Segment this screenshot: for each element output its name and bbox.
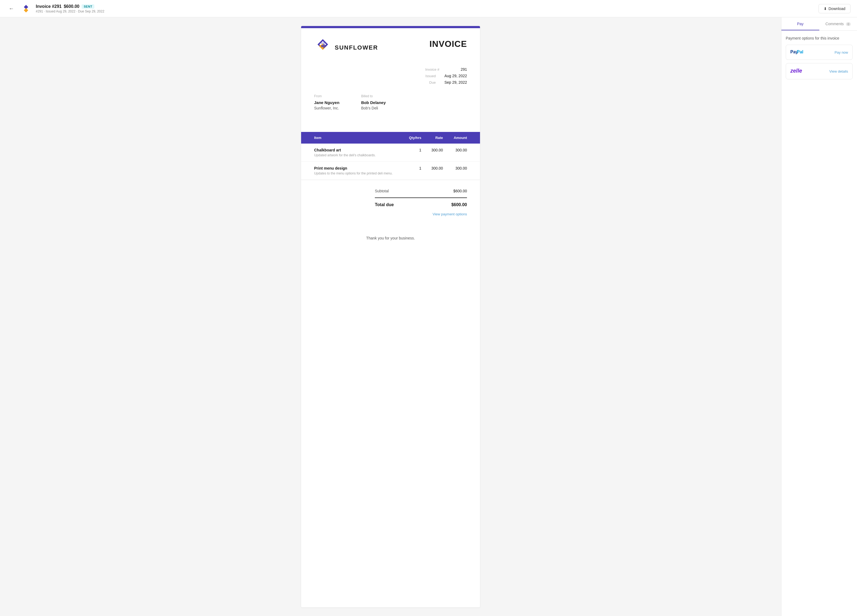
total-label: Total due xyxy=(375,202,394,207)
zelle-logo-svg: zelle xyxy=(790,67,807,74)
table-header: Item Qty/hrs Rate Amount xyxy=(301,132,480,144)
sent-badge: SENT xyxy=(82,4,94,9)
from-label: From xyxy=(314,94,339,98)
item-amount-0: 300.00 xyxy=(447,144,480,162)
tab-pay-label: Pay xyxy=(797,22,804,26)
company-logo-area: SUNFLOWER xyxy=(314,39,378,56)
back-arrow-icon: ← xyxy=(9,5,14,12)
invoice-content-area: SUNFLOWER INVOICE Invoice # 291 Issued A… xyxy=(0,17,781,616)
due-label: Due xyxy=(419,80,436,85)
paypal-logo: Pay Pal xyxy=(790,49,809,56)
issued-value: Aug 29, 2022 xyxy=(444,74,467,78)
col-rate-header: Rate xyxy=(426,132,447,144)
top-bar-left: ← Invoice #291 $600.00 SENT #291 · Issue… xyxy=(6,3,104,14)
invoice-top-stripe xyxy=(301,26,480,28)
svg-marker-1 xyxy=(24,8,28,12)
comments-count-badge: 0 xyxy=(846,22,851,26)
main-layout: SUNFLOWER INVOICE Invoice # 291 Issued A… xyxy=(0,17,857,616)
view-payment-options-link[interactable]: View payment options xyxy=(433,212,467,216)
company-name: SUNFLOWER xyxy=(335,44,378,51)
item-rate-0: 300.00 xyxy=(426,144,447,162)
subtotal-row: Subtotal $600.00 xyxy=(375,187,467,195)
line-items-body: Chalkboard art Updated artwork for the d… xyxy=(301,144,480,180)
total-divider xyxy=(375,198,467,198)
billed-to-party: Billed to Bob Delaney Bob's Deli xyxy=(361,94,386,110)
from-name: Jane Nguyen xyxy=(314,100,339,105)
due-value: Sep 29, 2022 xyxy=(444,80,467,85)
col-amount-header: Amount xyxy=(447,132,480,144)
invoice-number-value: 291 xyxy=(448,67,467,71)
svg-text:Pal: Pal xyxy=(797,49,803,54)
invoice-header-section: SUNFLOWER INVOICE xyxy=(314,39,467,56)
footer-text: Thank you for your business. xyxy=(366,236,415,240)
paypal-logo-svg: Pay Pal xyxy=(790,49,809,55)
item-qty-1: 1 xyxy=(403,162,426,180)
issued-label: Issued xyxy=(419,74,436,78)
subtotal-label: Subtotal xyxy=(375,189,389,193)
subtotal-value: $600.00 xyxy=(453,189,467,193)
issued-row: Issued Aug 29, 2022 xyxy=(314,74,467,78)
invoice-header-info: Invoice #291 $600.00 SENT #291 · Issued … xyxy=(36,4,104,13)
due-row: Due Sep 29, 2022 xyxy=(314,80,467,85)
paypal-option-card: Pay Pal Pay now xyxy=(786,45,853,60)
invoice-title-large: INVOICE xyxy=(429,39,467,49)
invoice-title-row: Invoice #291 $600.00 SENT xyxy=(36,4,104,9)
zelle-option-card: zelle View details xyxy=(786,63,853,79)
panel-content: Payment options for this invoice Pay Pal… xyxy=(781,31,857,88)
zelle-view-details-link[interactable]: View details xyxy=(829,69,848,73)
paypal-pay-now-link[interactable]: Pay now xyxy=(834,50,848,54)
table-row: Print menu design Updates to the menu op… xyxy=(301,162,480,180)
payment-options-title: Payment options for this invoice xyxy=(786,36,853,40)
billed-to-label: Billed to xyxy=(361,94,386,98)
tab-comments[interactable]: Comments 0 xyxy=(819,17,857,30)
table-row: Chalkboard art Updated artwork for the d… xyxy=(301,144,480,162)
invoice-number-row: Invoice # 291 xyxy=(314,67,467,71)
invoice-amount-header: $600.00 xyxy=(64,4,79,9)
totals-inner: Subtotal $600.00 Total due $600.00 View … xyxy=(375,187,467,219)
invoice-sub-info: #291 · Issued Aug 29, 2022 · Due Sep 29,… xyxy=(36,9,104,13)
item-rate-1: 300.00 xyxy=(426,162,447,180)
right-panel-tabs: Pay Comments 0 xyxy=(781,17,857,31)
invoice-number-label: Invoice # xyxy=(423,68,439,71)
zelle-logo: zelle xyxy=(790,67,807,75)
invoice-footer: Thank you for your business. xyxy=(301,225,480,251)
totals-section: Subtotal $600.00 Total due $600.00 View … xyxy=(301,180,480,225)
invoice-header-title: Invoice #291 xyxy=(36,4,62,9)
download-label: Download xyxy=(829,6,845,11)
top-bar: ← Invoice #291 $600.00 SENT #291 · Issue… xyxy=(0,0,857,17)
invoice-meta-section: Invoice # 291 Issued Aug 29, 2022 Due Se… xyxy=(314,67,467,85)
item-qty-0: 1 xyxy=(403,144,426,162)
company-logo-large xyxy=(314,39,331,56)
svg-text:zelle: zelle xyxy=(790,68,802,74)
item-amount-1: 300.00 xyxy=(447,162,480,180)
total-row: Total due $600.00 xyxy=(375,200,467,209)
back-button[interactable]: ← xyxy=(6,4,16,13)
download-button[interactable]: ⬇ Download xyxy=(818,4,851,13)
download-icon: ⬇ xyxy=(824,6,827,11)
invoice-body: SUNFLOWER INVOICE Invoice # 291 Issued A… xyxy=(301,28,480,132)
company-logo-small xyxy=(21,3,31,14)
billed-to-name: Bob Delaney xyxy=(361,100,386,105)
item-desc-0: Updated artwork for the deli's chalkboar… xyxy=(314,153,399,159)
invoice-document: SUNFLOWER INVOICE Invoice # 291 Issued A… xyxy=(301,26,480,607)
from-party: From Jane Nguyen Sunflower, Inc. xyxy=(314,94,339,110)
col-qty-header: Qty/hrs xyxy=(403,132,426,144)
col-item-header: Item xyxy=(301,132,403,144)
item-name-0: Chalkboard art xyxy=(314,148,399,152)
payment-options-link-row: View payment options xyxy=(375,209,467,219)
parties-section: From Jane Nguyen Sunflower, Inc. Billed … xyxy=(314,94,467,110)
from-org: Sunflower, Inc. xyxy=(314,106,339,110)
tab-comments-label: Comments xyxy=(825,22,844,26)
tab-pay[interactable]: Pay xyxy=(781,17,819,30)
right-panel: Pay Comments 0 Payment options for this … xyxy=(781,17,857,616)
total-value: $600.00 xyxy=(451,202,467,207)
billed-to-org: Bob's Deli xyxy=(361,106,386,110)
item-desc-1: Updates to the menu options for the prin… xyxy=(314,171,399,178)
item-name-1: Print menu design xyxy=(314,166,399,170)
line-items-table: Item Qty/hrs Rate Amount Chalkboard art … xyxy=(301,132,480,180)
